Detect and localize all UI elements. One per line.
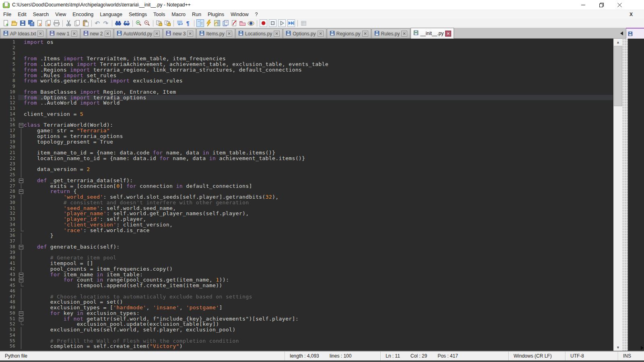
menu-item-help[interactable]: ? xyxy=(252,11,261,18)
tab-close-icon[interactable] xyxy=(154,31,160,37)
code-line-51[interactable]: 51 if not getattr(self.world, f"include_… xyxy=(0,316,613,322)
code-line-35[interactable]: 35 'race': self.world.is_race xyxy=(0,228,613,233)
tab-new-3[interactable]: new 3 xyxy=(163,29,196,38)
toolbar-folder-as-workspace-icon[interactable] xyxy=(239,19,246,27)
tab-new-1[interactable]: new 1 xyxy=(47,29,80,38)
code-line-47[interactable]: 47 # Choose locations to automatically e… xyxy=(0,294,613,300)
tab-close-icon[interactable] xyxy=(105,31,111,37)
code-line-40[interactable]: 40 # Generate item pool xyxy=(0,255,613,261)
toolbar-copy-icon[interactable] xyxy=(73,19,81,27)
code-line-20[interactable]: 20 xyxy=(0,144,613,150)
code-line-23[interactable]: 23 xyxy=(0,161,613,167)
code-line-10[interactable]: 10from BaseClasses import Region, Entran… xyxy=(0,89,613,95)
toolbar-function-list-icon[interactable] xyxy=(230,19,238,27)
code-line-4[interactable]: 4from .Items import TerrariaItem, item_t… xyxy=(0,56,613,62)
code-line-6[interactable]: 6from .Regions import terraria_regions, … xyxy=(0,67,613,73)
toolbar-define-language-icon[interactable] xyxy=(205,19,213,27)
toolbar-save-all-icon[interactable] xyxy=(27,19,35,27)
toolbar-macro-save-icon[interactable] xyxy=(300,19,308,27)
code-line-54[interactable]: 54 xyxy=(0,333,613,338)
fold-collapse-icon[interactable] xyxy=(18,311,24,316)
code-line-44[interactable]: 44 for count in range(pool_counts.get(it… xyxy=(0,277,613,283)
tab-close-icon[interactable] xyxy=(37,31,43,37)
secondary-view-editor[interactable] xyxy=(627,39,644,351)
toolbar-macro-playback-icon[interactable] xyxy=(278,19,286,27)
tab-close-icon[interactable] xyxy=(226,31,232,37)
menu-item-language[interactable]: Language xyxy=(97,11,126,18)
code-line-11[interactable]: 11from .Options import terraria_options xyxy=(0,95,613,101)
code-line-48[interactable]: 48 exclusion_pool = set() xyxy=(0,299,613,305)
close-button[interactable] xyxy=(611,0,629,10)
code-line-15[interactable]: 15 xyxy=(0,117,613,123)
tab-close-icon[interactable] xyxy=(71,31,77,37)
code-line-43[interactable]: 43 for item_name in item_table: xyxy=(0,272,613,278)
code-line-9[interactable]: 9 xyxy=(0,84,613,89)
code-line-26[interactable]: 26 def _get_terraria_data(self): xyxy=(0,178,613,183)
toolbar-word-wrap-icon[interactable] xyxy=(176,19,184,27)
menu-item-encoding[interactable]: Encoding xyxy=(69,11,97,18)
tab-close-icon[interactable] xyxy=(187,31,193,37)
fold-collapse-icon[interactable] xyxy=(18,244,24,250)
menu-item-tools[interactable]: Tools xyxy=(150,11,168,18)
fold-collapse-icon[interactable] xyxy=(18,277,24,283)
code-line-16[interactable]: 16class TerrariaWorld(World): xyxy=(0,122,613,128)
toolbar-monitoring-icon[interactable] xyxy=(247,19,255,27)
tab-close-icon[interactable] xyxy=(318,31,324,37)
scrollbar-up-icon[interactable]: ▲ xyxy=(613,39,623,45)
tab-scroll-left-button[interactable] xyxy=(620,31,623,35)
code-line-36[interactable]: 36 } xyxy=(0,233,613,239)
code-line-1[interactable]: 1import os xyxy=(0,39,613,45)
code-line-27[interactable]: 27 exits = [connection[0] for connection… xyxy=(0,183,613,189)
toolbar-close-icon[interactable]: x xyxy=(36,19,43,27)
toolbar-macro-run-multiple-icon[interactable] xyxy=(287,19,295,27)
code-line-50[interactable]: 50 for key in exclusion_types: xyxy=(0,311,613,316)
menu-item-run[interactable]: Run xyxy=(189,11,204,18)
tab-close-icon[interactable] xyxy=(362,31,368,37)
code-line-37[interactable]: 37 xyxy=(0,239,613,244)
vertical-scrollbar[interactable]: ▲ ▼ xyxy=(613,39,623,351)
menu-item-file[interactable]: File xyxy=(0,11,14,18)
code-line-28[interactable]: 28 return { xyxy=(0,189,613,194)
tab-new-2[interactable]: new 2 xyxy=(80,29,114,38)
toolbar-document-list-icon[interactable] xyxy=(222,19,229,27)
toolbar-replace-icon[interactable]: ab xyxy=(123,19,130,27)
code-line-2[interactable]: 2 xyxy=(0,45,613,51)
code-line-52[interactable]: 52 exclusion_pool.update(exclusion_table… xyxy=(0,321,613,327)
secondary-scroll-right-icon[interactable] xyxy=(641,346,644,350)
code-line-21[interactable]: 21 item_name_to_id = {name: data.code fo… xyxy=(0,150,613,156)
menu-item-window[interactable]: Window xyxy=(227,11,252,18)
code-line-33[interactable]: 33 'player_id': self.player, xyxy=(0,216,613,222)
code-line-34[interactable]: 34 'client_version': client_version, xyxy=(0,222,613,228)
tab-options-py[interactable]: Options.py xyxy=(283,29,326,38)
tab-close-icon[interactable] xyxy=(401,31,407,37)
toolbar-zoom-in-icon[interactable] xyxy=(135,19,142,27)
code-line-3[interactable]: 3 xyxy=(0,51,613,56)
code-line-14[interactable]: 14client_version = 5 xyxy=(0,111,613,117)
fold-collapse-icon[interactable] xyxy=(18,272,24,278)
code-line-7[interactable]: 7from .Rules import set_rules xyxy=(0,73,613,78)
code-line-29[interactable]: 29 'world_seed': self.world.slot_seeds[s… xyxy=(0,194,613,200)
menu-item-plugins[interactable]: Plugins xyxy=(204,11,227,18)
toolbar-show-all-characters-icon[interactable]: ¶ xyxy=(184,19,192,27)
restore-button[interactable] xyxy=(592,0,611,10)
toolbar-find-icon[interactable] xyxy=(114,19,122,27)
minimize-button[interactable] xyxy=(574,0,592,10)
code-line-32[interactable]: 32 'player_name': self.world.get_player_… xyxy=(0,211,613,216)
toolbar-undo-icon[interactable]: ↶ xyxy=(94,19,101,27)
toolbar-zoom-out-icon[interactable] xyxy=(143,19,151,27)
toolbar-new-file-icon[interactable]: + xyxy=(2,19,10,27)
toolbar-sync-vertical-icon[interactable] xyxy=(155,19,163,27)
scrollbar-thumb[interactable] xyxy=(614,46,622,106)
tab-locations-py[interactable]: Locations.py xyxy=(235,29,283,38)
menu-item-macro[interactable]: Macro xyxy=(168,11,189,18)
menu-item-search[interactable]: Search xyxy=(30,11,52,18)
toolbar-paste-icon[interactable] xyxy=(82,19,89,27)
menu-item-edit[interactable]: Edit xyxy=(14,11,30,18)
code-line-18[interactable]: 18 options = terraria_options xyxy=(0,134,613,139)
toolbar-cut-icon[interactable] xyxy=(65,19,72,27)
code-line-13[interactable]: 13 xyxy=(0,106,613,111)
code-line-8[interactable]: 8from worlds.generic.Rules import exclus… xyxy=(0,78,613,84)
toolbar-document-map-icon[interactable] xyxy=(213,19,221,27)
fold-collapse-icon[interactable] xyxy=(18,189,24,194)
code-line-53[interactable]: 53 exclusion_rules(self.world, self.play… xyxy=(0,327,613,333)
